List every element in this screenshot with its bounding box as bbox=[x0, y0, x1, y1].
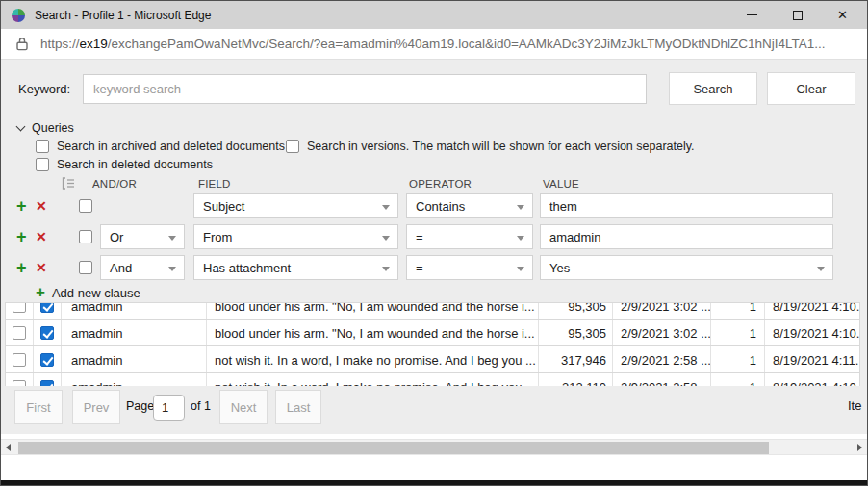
caret-down-icon bbox=[382, 267, 390, 271]
size-cell: 95,305 bbox=[539, 320, 613, 346]
modified-cell: 2/9/2021 3:02 ... bbox=[613, 320, 711, 346]
date-cell: 8/19/2021 4:10... bbox=[765, 303, 859, 320]
caret-down-icon bbox=[817, 267, 825, 271]
minimize-button[interactable] bbox=[729, 1, 775, 29]
keyword-label: Keyword: bbox=[18, 82, 70, 96]
andor-select[interactable]: Or bbox=[100, 224, 185, 249]
minimize-icon bbox=[747, 14, 757, 15]
row-include-checkbox[interactable] bbox=[40, 303, 54, 313]
field-select-value: From bbox=[203, 230, 232, 244]
row-include-checkbox[interactable] bbox=[40, 353, 54, 367]
date-cell: 8/19/2021 4:10... bbox=[765, 373, 859, 386]
header-andor: AND/OR bbox=[92, 178, 137, 190]
queries-section-toggle[interactable]: Queries bbox=[17, 121, 74, 135]
andor-select[interactable]: And bbox=[100, 255, 185, 280]
clause-value-input[interactable] bbox=[540, 224, 833, 249]
insert-clause-icon[interactable]: + bbox=[16, 193, 27, 218]
sender-cell: amadmin bbox=[62, 373, 207, 386]
table-row[interactable]: amadmin not wish it. In a word, I make n… bbox=[6, 346, 859, 373]
delete-clause-icon[interactable]: ✕ bbox=[36, 193, 47, 218]
insert-clause-icon[interactable]: + bbox=[16, 255, 27, 280]
operator-select[interactable]: = bbox=[406, 224, 533, 249]
page-of-label: of 1 bbox=[191, 399, 211, 413]
clause-checkbox[interactable] bbox=[79, 261, 92, 274]
last-page-button[interactable]: Last bbox=[275, 390, 321, 424]
row-select-checkbox[interactable] bbox=[13, 303, 26, 313]
delete-clause-icon[interactable]: ✕ bbox=[36, 255, 47, 280]
field-select[interactable]: From bbox=[193, 224, 398, 249]
url-prefix: https:// bbox=[40, 37, 80, 51]
clause-checkbox[interactable] bbox=[79, 199, 92, 213]
first-page-button[interactable]: First bbox=[14, 390, 63, 424]
field-select[interactable]: Has attachment bbox=[193, 255, 398, 280]
page-number-input[interactable] bbox=[153, 395, 185, 421]
window-bottom-edge bbox=[1, 480, 867, 486]
add-new-clause-link[interactable]: + Add new clause bbox=[36, 285, 140, 300]
field-select[interactable]: Subject bbox=[193, 193, 398, 218]
caret-down-icon bbox=[517, 267, 524, 271]
row-include-checkbox[interactable] bbox=[40, 380, 54, 386]
clear-button[interactable]: Clear bbox=[767, 72, 855, 105]
row-include-checkbox[interactable] bbox=[40, 326, 54, 340]
andor-select-value: Or bbox=[110, 230, 123, 244]
date-cell: 8/19/2021 4:10... bbox=[765, 320, 859, 346]
select-all-icon[interactable] bbox=[62, 177, 75, 190]
scroll-right-icon[interactable] bbox=[857, 444, 862, 451]
header-operator: OPERATOR bbox=[409, 178, 472, 190]
snippet-cell: blood under his arm. "No, I am wounded a… bbox=[207, 320, 539, 346]
row-select-checkbox[interactable] bbox=[13, 326, 26, 340]
delete-clause-icon[interactable]: ✕ bbox=[36, 224, 47, 249]
window-controls: ✕ bbox=[729, 1, 865, 29]
maximize-button[interactable] bbox=[775, 1, 820, 29]
app-logo-icon bbox=[11, 8, 26, 23]
versions-checkbox[interactable] bbox=[286, 140, 299, 153]
sender-cell: amadmin bbox=[62, 320, 207, 346]
operator-select-value: = bbox=[416, 230, 423, 244]
andor-select-value: And bbox=[110, 261, 132, 275]
option-label: Search in versions. The match will be sh… bbox=[307, 140, 695, 153]
query-clause-row: + ✕ Or From = bbox=[1, 224, 867, 249]
header-field: FIELD bbox=[198, 178, 231, 190]
insert-clause-icon[interactable]: + bbox=[16, 224, 27, 249]
row-cell bbox=[6, 320, 34, 346]
next-page-button[interactable]: Next bbox=[219, 390, 268, 424]
operator-select-value: Contains bbox=[416, 199, 465, 214]
search-button[interactable]: Search bbox=[669, 72, 757, 105]
url-path: /exchangePamOwaNetMvc/Search/?ea=amadmin… bbox=[108, 37, 826, 51]
header-value: VALUE bbox=[543, 178, 579, 190]
clause-checkbox[interactable] bbox=[79, 230, 92, 243]
operator-select[interactable]: Contains bbox=[406, 193, 533, 218]
deleted-checkbox[interactable] bbox=[36, 158, 49, 171]
size-cell: 95,305 bbox=[539, 303, 613, 320]
caret-down-icon bbox=[382, 236, 390, 241]
row-cell bbox=[34, 320, 62, 346]
table-row[interactable]: amadmin not wish it. In a word, I make n… bbox=[6, 373, 859, 386]
clause-value-input[interactable] bbox=[540, 193, 833, 218]
browser-window: Search - Profile 1 - Microsoft Edge ✕ ht… bbox=[0, 0, 868, 486]
query-clause-row: + ✕ And Has attachment = Yes bbox=[1, 255, 867, 280]
caret-down-icon bbox=[382, 205, 390, 210]
row-select-checkbox[interactable] bbox=[13, 353, 26, 367]
spacer bbox=[1, 455, 867, 480]
row-cell bbox=[6, 346, 34, 373]
date-cell: 8/19/2021 4:11... bbox=[765, 346, 859, 373]
horizontal-scrollbar[interactable] bbox=[1, 439, 867, 455]
close-button[interactable]: ✕ bbox=[820, 1, 865, 29]
value-select[interactable]: Yes bbox=[540, 255, 833, 280]
keyword-input[interactable] bbox=[83, 74, 647, 104]
table-row[interactable]: amadmin blood under his arm. "No, I am w… bbox=[6, 320, 859, 346]
caret-down-icon bbox=[517, 236, 524, 241]
add-new-clause-label: Add new clause bbox=[52, 286, 140, 300]
archived-deleted-checkbox[interactable] bbox=[36, 140, 49, 153]
prev-page-button[interactable]: Prev bbox=[72, 390, 120, 424]
table-row[interactable]: amadmin blood under his arm. "No, I am w… bbox=[6, 303, 859, 320]
snippet-cell: not wish it. In a word, I make no promis… bbox=[207, 346, 539, 373]
scroll-left-icon[interactable] bbox=[6, 444, 11, 451]
operator-select[interactable]: = bbox=[406, 255, 533, 280]
address-bar[interactable]: https://ex19/exchangePamOwaNetMvc/Search… bbox=[1, 29, 867, 60]
url-text[interactable]: https://ex19/exchangePamOwaNetMvc/Search… bbox=[40, 37, 826, 51]
scrollbar-thumb[interactable] bbox=[18, 442, 769, 454]
row-cell bbox=[34, 373, 62, 386]
caret-down-icon bbox=[168, 267, 176, 271]
row-select-checkbox[interactable] bbox=[13, 380, 26, 386]
